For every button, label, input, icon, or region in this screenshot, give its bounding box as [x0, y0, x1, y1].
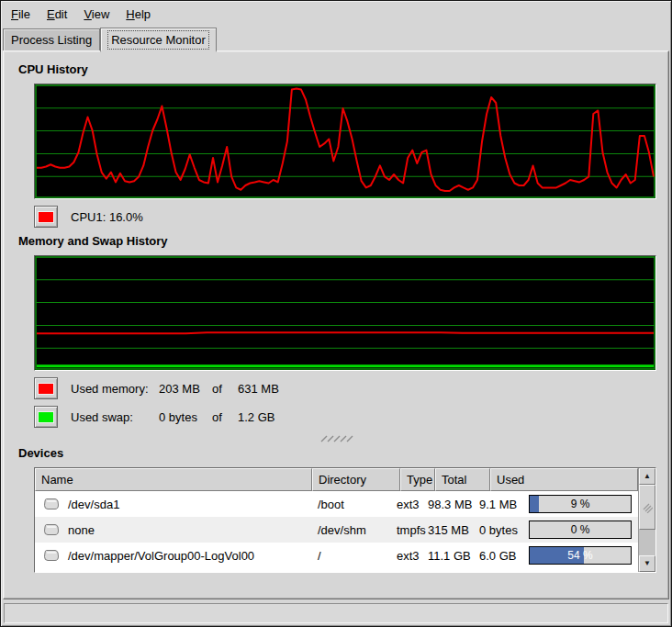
used-memory-of: of — [212, 382, 238, 396]
disk-icon — [43, 523, 60, 536]
scroll-up-button[interactable]: ▲ — [639, 468, 655, 485]
usage-percent-label: 9 % — [530, 496, 631, 512]
device-directory: /boot — [310, 498, 395, 511]
resource-monitor-page: CPU History CPU1: 16.0% Memory and Swap … — [3, 50, 669, 599]
menu-edit[interactable]: Edit — [39, 3, 75, 25]
memory-swap-chart — [35, 256, 655, 370]
grip-lines-icon — [319, 435, 355, 442]
cpu-history-chart — [35, 84, 655, 198]
menu-bar: File Edit View Help — [1, 1, 671, 26]
used-swap-value: 0 bytes — [159, 410, 212, 424]
used-memory-total: 631 MB — [238, 382, 279, 396]
disk-icon — [43, 549, 60, 562]
menu-help[interactable]: Help — [118, 3, 159, 25]
device-directory: / — [310, 549, 395, 563]
used-swap-label: Used swap: — [71, 410, 159, 424]
device-name: none — [68, 523, 95, 537]
menu-file[interactable]: File — [3, 3, 39, 25]
device-used: 0 bytes — [477, 523, 529, 537]
menu-view[interactable]: View — [75, 3, 118, 25]
memory-swap-graph — [34, 255, 656, 371]
used-swap-total: 1.2 GB — [238, 410, 274, 424]
cpu1-color-chip — [38, 211, 54, 223]
vertical-scrollbar[interactable]: ▲ ▼ — [638, 468, 655, 572]
devices-table-header: Name Directory Type Total Used — [35, 468, 638, 491]
status-bar — [4, 603, 668, 623]
devices-table: Name Directory Type Total Used /dev/sda — [34, 467, 656, 573]
device-type: ext3 — [395, 549, 426, 563]
usage-progress-bar: 9 % — [529, 495, 632, 513]
column-header-directory[interactable]: Directory — [312, 468, 400, 491]
devices-title: Devices — [18, 446, 656, 460]
tab-resource-monitor[interactable]: Resource Monitor — [100, 28, 217, 52]
device-total: 98.3 MB — [426, 498, 477, 511]
used-swap-color-chip — [38, 411, 54, 423]
device-row-sda1[interactable]: /dev/sda1 /boot ext3 98.3 MB 9.1 MB 9 % — [35, 491, 638, 517]
used-memory-value: 203 MB — [159, 382, 212, 396]
device-used: 9.1 MB — [477, 498, 529, 511]
column-header-used[interactable]: Used — [490, 468, 638, 491]
tab-process-listing[interactable]: Process Listing — [3, 28, 100, 50]
arrow-down-icon: ▼ — [644, 560, 651, 567]
device-name: /dev/mapper/VolGroup00-LogVol00 — [68, 549, 254, 563]
used-memory-color-chip — [38, 383, 54, 395]
cpu-history-title: CPU History — [18, 62, 656, 76]
disk-icon — [43, 498, 60, 510]
device-row-volgroup[interactable]: /dev/mapper/VolGroup00-LogVol00 / ext3 1… — [35, 543, 638, 568]
system-monitor-window: File Edit View Help Process Listing Reso… — [0, 0, 672, 627]
device-type: tmpfs — [395, 523, 426, 537]
cpu1-legend-label: CPU1: 16.0% — [71, 210, 143, 224]
used-swap-color-swatch — [34, 406, 58, 428]
used-swap-of: of — [212, 410, 238, 424]
scrollbar-track[interactable] — [639, 485, 655, 555]
used-memory-legend: Used memory: 203 MB of 631 MB — [34, 377, 656, 399]
column-header-total[interactable]: Total — [435, 468, 490, 491]
device-directory: /dev/shm — [310, 523, 395, 537]
used-swap-legend: Used swap: 0 bytes of 1.2 GB — [34, 406, 656, 428]
cpu1-color-swatch — [34, 206, 58, 228]
usage-percent-label: 0 % — [530, 521, 631, 538]
device-row-none[interactable]: none /dev/shm tmpfs 315 MB 0 bytes 0 % — [35, 517, 638, 543]
device-name: /dev/sda1 — [68, 498, 119, 511]
thumb-grip-icon — [642, 502, 653, 513]
used-memory-color-swatch — [34, 377, 58, 399]
devices-table-body: /dev/sda1 /boot ext3 98.3 MB 9.1 MB 9 % — [35, 491, 638, 572]
usage-progress-bar: 0 % — [529, 521, 632, 539]
cpu-history-graph — [34, 84, 656, 199]
column-header-type[interactable]: Type — [400, 468, 435, 491]
pane-resize-grip[interactable] — [17, 434, 656, 442]
tab-bar: Process Listing Resource Monitor — [1, 26, 671, 50]
device-type: ext3 — [395, 498, 426, 511]
scroll-down-button[interactable]: ▼ — [639, 555, 655, 572]
device-used: 6.0 GB — [477, 549, 529, 563]
scrollbar-thumb[interactable] — [639, 485, 655, 530]
usage-percent-label: 54 % — [530, 547, 631, 564]
memory-swap-title: Memory and Swap History — [18, 234, 656, 248]
usage-progress-bar: 54 % — [529, 546, 632, 565]
arrow-up-icon: ▲ — [644, 473, 651, 480]
column-header-name[interactable]: Name — [35, 468, 312, 491]
device-total: 315 MB — [426, 523, 477, 537]
device-total: 11.1 GB — [426, 549, 477, 563]
devices-table-main: Name Directory Type Total Used /dev/sda — [35, 468, 638, 572]
used-memory-label: Used memory: — [71, 382, 159, 396]
cpu-legend: CPU1: 16.0% — [34, 206, 656, 228]
